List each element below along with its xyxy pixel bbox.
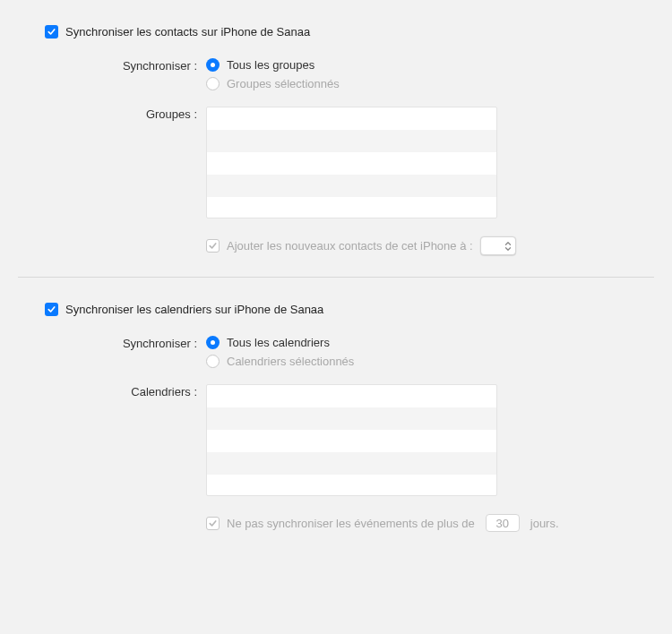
calendars-radio-selected[interactable] bbox=[206, 355, 220, 368]
calendars-radio-all-label: Tous les calendriers bbox=[227, 336, 330, 349]
contacts-groups-list[interactable] bbox=[206, 107, 497, 218]
sync-calendars-checkbox[interactable] bbox=[45, 303, 58, 316]
contacts-radio-selected-label: Groupes sélectionnés bbox=[227, 77, 340, 90]
contacts-radio-all-groups[interactable] bbox=[206, 58, 220, 72]
no-sync-old-events-label-pre: Ne pas synchroniser les événements de pl… bbox=[227, 517, 475, 530]
chevron-up-down-icon bbox=[504, 241, 512, 252]
no-sync-old-events-checkbox bbox=[206, 517, 220, 530]
sync-contacts-title: Synchroniser les contacts sur iPhone de … bbox=[65, 25, 310, 39]
calendars-section: Synchroniser les calendriers sur iPhone … bbox=[18, 303, 654, 553]
sync-calendars-title: Synchroniser les calendriers sur iPhone … bbox=[65, 303, 323, 316]
calendars-list[interactable] bbox=[206, 384, 497, 496]
contacts-radio-all-label: Tous les groupes bbox=[227, 58, 314, 72]
calendars-radio-selected-label: Calendriers sélectionnés bbox=[227, 355, 354, 368]
contacts-sync-label: Synchroniser : bbox=[18, 58, 206, 73]
calendars-sync-label: Synchroniser : bbox=[18, 336, 206, 350]
contacts-section: Synchroniser les contacts sur iPhone de … bbox=[18, 25, 654, 277]
section-divider bbox=[18, 277, 654, 278]
no-sync-old-events-label-post: jours. bbox=[530, 517, 559, 530]
add-new-contacts-label: Ajouter les nouveaux contacts de cet iPh… bbox=[227, 239, 473, 253]
add-new-contacts-checkbox bbox=[206, 239, 220, 253]
contacts-radio-selected-groups[interactable] bbox=[206, 77, 220, 90]
add-new-contacts-popup[interactable] bbox=[480, 236, 516, 255]
calendars-radio-all[interactable] bbox=[206, 336, 220, 349]
calendars-list-label: Calendriers : bbox=[18, 384, 206, 398]
contacts-groups-label: Groupes : bbox=[18, 107, 206, 121]
sync-contacts-checkbox[interactable] bbox=[45, 25, 58, 39]
sync-settings-panel: Synchroniser les contacts sur iPhone de … bbox=[0, 0, 672, 562]
no-sync-days-field[interactable]: 30 bbox=[486, 514, 520, 532]
